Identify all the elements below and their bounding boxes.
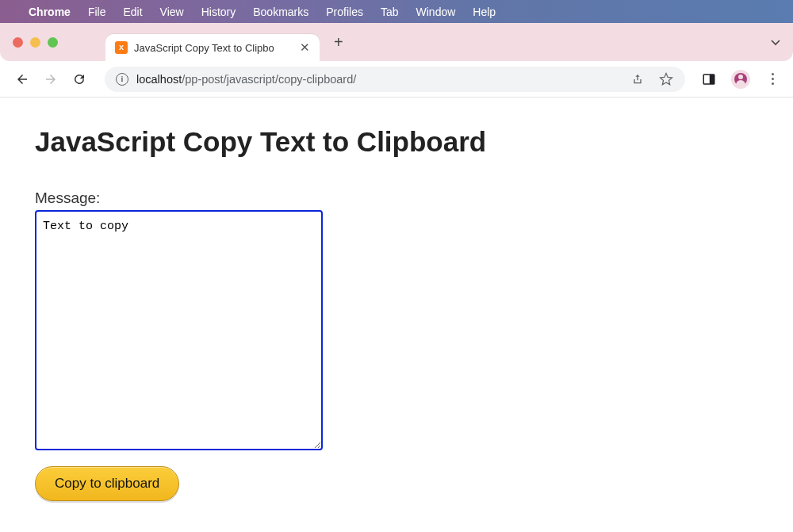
tab-overflow-icon[interactable] xyxy=(771,36,780,48)
address-bar[interactable]: i localhost/pp-post/javascript/copy-clip… xyxy=(105,67,685,92)
menu-app[interactable]: Chrome xyxy=(29,6,71,18)
chrome-menu-icon[interactable] xyxy=(764,71,780,87)
forward-button[interactable] xyxy=(41,70,60,89)
svg-rect-1 xyxy=(710,75,714,84)
window-minimize-button[interactable] xyxy=(30,37,40,48)
message-textarea[interactable] xyxy=(35,210,323,450)
mac-menubar: Chrome File Edit View History Bookmarks … xyxy=(0,0,793,23)
bookmark-star-icon[interactable] xyxy=(658,71,674,87)
browser-tab[interactable]: X JavaScript Copy Text to Clipbo ✕ xyxy=(105,34,320,61)
tab-strip: X JavaScript Copy Text to Clipbo ✕ + xyxy=(0,23,793,61)
window-close-button[interactable] xyxy=(13,37,23,48)
menu-help[interactable]: Help xyxy=(473,6,496,18)
menu-history[interactable]: History xyxy=(201,6,236,18)
tab-favicon-icon: X xyxy=(115,41,128,54)
reload-button[interactable] xyxy=(70,70,89,89)
tab-close-icon[interactable]: ✕ xyxy=(300,40,310,55)
share-icon[interactable] xyxy=(630,71,646,87)
menu-bookmarks[interactable]: Bookmarks xyxy=(253,6,308,18)
new-tab-button[interactable]: + xyxy=(334,33,343,52)
page-content: JavaScript Copy Text to Clipboard Messag… xyxy=(0,98,793,530)
tab-title: JavaScript Copy Text to Clipbo xyxy=(134,42,293,54)
menu-tab[interactable]: Tab xyxy=(381,6,399,18)
page-heading: JavaScript Copy Text to Clipboard xyxy=(35,126,758,158)
copy-to-clipboard-button[interactable]: Copy to clipboard xyxy=(35,466,179,501)
menu-edit[interactable]: Edit xyxy=(123,6,142,18)
profile-avatar-icon[interactable] xyxy=(731,70,750,89)
side-panel-icon[interactable] xyxy=(701,71,717,87)
browser-toolbar: i localhost/pp-post/javascript/copy-clip… xyxy=(0,61,793,98)
menu-profiles[interactable]: Profiles xyxy=(326,6,363,18)
url-text: localhost/pp-post/javascript/copy-clipbo… xyxy=(136,73,356,86)
back-button[interactable] xyxy=(13,70,32,89)
site-info-icon[interactable]: i xyxy=(116,73,128,86)
window-controls xyxy=(13,37,58,48)
window-fullscreen-button[interactable] xyxy=(48,37,58,48)
menu-window[interactable]: Window xyxy=(416,6,456,18)
message-label: Message: xyxy=(35,189,758,207)
menu-view[interactable]: View xyxy=(160,6,184,18)
menu-file[interactable]: File xyxy=(88,6,106,18)
